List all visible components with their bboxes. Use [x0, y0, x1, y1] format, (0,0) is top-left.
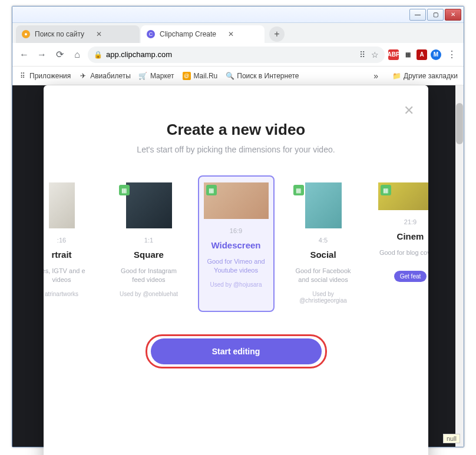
tab-clipchamp[interactable]: C Clipchamp Create ✕ [141, 25, 265, 43]
thumbnail [126, 182, 172, 228]
option-name: Widescreen [203, 240, 270, 250]
option-name: rtrait [44, 250, 95, 260]
folder-icon: 📁 [392, 72, 401, 80]
browser-window: — ▢ ✕ ● Поиск по сайту ✕ C Clipchamp Cre… [12, 6, 464, 447]
option-portrait[interactable]: ▦ :16 rtrait ries, IGTV and e videos atr… [44, 175, 100, 312]
maximize-button[interactable]: ▢ [427, 9, 444, 21]
search-icon: 🔍 [226, 72, 234, 80]
window-titlebar: — ▢ ✕ [12, 6, 464, 23]
mail-bookmark[interactable]: @Mail.Ru [183, 72, 218, 80]
option-description: Good for blog cover v [377, 248, 429, 266]
highlight-ring: Start editing [146, 334, 327, 368]
option-description: Good for Vimeo and Youtube videos [203, 257, 270, 275]
template-badge-icon: ▦ [206, 185, 217, 195]
bookmark-label: Маркет [150, 72, 174, 80]
bookmark-label: Поиск в Интернете [237, 72, 299, 80]
start-editing-wrap: Start editing [44, 334, 428, 368]
option-description: Good for Instagram feed videos [115, 267, 183, 285]
more-bookmarks-button[interactable]: » [373, 71, 378, 81]
scrollbar-thumb[interactable] [456, 103, 463, 144]
favicon-icon: ● [22, 30, 30, 38]
minimize-button[interactable]: — [409, 9, 426, 21]
bookmark-label: Авиабилеты [90, 72, 131, 80]
option-name: Cinem [377, 231, 429, 241]
option-square[interactable]: ▦ 1:1 Square Good for Instagram feed vid… [111, 175, 187, 312]
address-host: app.clipchamp.com [106, 50, 172, 59]
bookmark-label: Другие закладки [404, 72, 458, 80]
aspect-ratio: 1:1 [115, 237, 183, 244]
page-content: ✕ Create a new video Let's start off by … [12, 85, 464, 447]
template-badge-icon: ▦ [119, 185, 130, 195]
null-tooltip: null [443, 434, 460, 443]
template-badge-icon: ▦ [293, 185, 304, 195]
adblock-icon[interactable]: ABP [388, 49, 399, 60]
option-name: Social [290, 250, 357, 260]
bookmark-label: Mail.Ru [194, 72, 218, 80]
bookmarks-bar: ⠿Приложения ✈Авиабилеты 🛒Маркет @Mail.Ru… [12, 67, 464, 85]
forward-button[interactable]: → [35, 48, 49, 62]
tab-search[interactable]: ● Поиск по сайту ✕ [16, 25, 140, 43]
close-window-button[interactable]: ✕ [445, 9, 461, 21]
aspect-ratio: 16:9 [203, 227, 270, 234]
pdf-icon[interactable]: A [416, 49, 427, 60]
star-icon[interactable]: ☆ [371, 50, 379, 59]
create-video-modal: ✕ Create a new video Let's start off by … [44, 85, 428, 455]
close-tab-icon[interactable]: ✕ [96, 30, 102, 38]
dimension-options: ▦ :16 rtrait ries, IGTV and e videos atr… [47, 175, 425, 312]
option-credit: atrinartworks [44, 291, 95, 297]
other-bookmarks[interactable]: 📁Другие закладки [392, 72, 458, 80]
tab-label: Поиск по сайту [35, 30, 84, 38]
option-cinema[interactable]: ▦ 21:9 Cinem Good for blog cover v Get f… [372, 175, 429, 312]
thumbnail [49, 182, 75, 228]
tab-strip: ● Поиск по сайту ✕ C Clipchamp Create ✕ … [12, 23, 464, 43]
reload-button[interactable]: ⟳ [52, 48, 67, 62]
close-modal-icon[interactable]: ✕ [404, 103, 414, 118]
back-button[interactable]: ← [17, 48, 31, 62]
cart-icon: 🛒 [139, 72, 147, 80]
close-tab-icon[interactable]: ✕ [228, 30, 234, 38]
scrollbar-track[interactable] [455, 85, 464, 447]
get-featured-button[interactable]: Get feat [394, 271, 427, 282]
avia-bookmark[interactable]: ✈Авиабилеты [79, 72, 131, 80]
modal-title: Create a new video [44, 121, 428, 139]
at-icon: @ [183, 72, 191, 80]
thumbnail [305, 182, 342, 228]
option-description: ries, IGTV and e videos [44, 267, 95, 285]
lock-icon: 🔒 [94, 51, 103, 59]
profile-avatar[interactable]: M [431, 49, 441, 60]
option-credit: Used by @christiegeorgiaa [290, 291, 357, 304]
search-bookmark[interactable]: 🔍Поиск в Интернете [226, 72, 299, 80]
apps-icon: ⠿ [18, 72, 27, 80]
option-social[interactable]: ▦ 4:5 Social Good for Facebook and socia… [285, 175, 362, 312]
plane-icon: ✈ [79, 72, 87, 80]
nav-toolbar: ← → ⟳ ⌂ 🔒 app.clipchamp.com ⠿ ☆ ABP ▦ A … [12, 43, 464, 67]
modal-subtitle: Let's start off by picking the dimension… [44, 145, 428, 154]
start-editing-button[interactable]: Start editing [151, 338, 322, 364]
extension-icon[interactable]: ▦ [402, 49, 413, 60]
option-widescreen[interactable]: ▦ 16:9 Widescreen Good for Vimeo and You… [198, 175, 275, 312]
translate-icon[interactable]: ⠿ [359, 50, 365, 59]
aspect-ratio: 21:9 [377, 218, 429, 225]
apps-bookmark[interactable]: ⠿Приложения [18, 72, 71, 80]
menu-button[interactable]: ⋮ [445, 48, 459, 62]
address-bar[interactable]: 🔒 app.clipchamp.com ⠿ ☆ [88, 47, 385, 63]
option-description: Good for Facebook and social videos [290, 267, 357, 285]
tab-label: Clipchamp Create [160, 30, 216, 38]
market-bookmark[interactable]: 🛒Маркет [139, 72, 174, 80]
option-credit: Used by @hojusara [203, 281, 270, 288]
new-tab-button[interactable]: + [269, 26, 285, 42]
bookmark-label: Приложения [29, 72, 71, 80]
option-credit: Used by @onebluehat [115, 291, 183, 297]
template-badge-icon: ▦ [381, 185, 391, 195]
aspect-ratio: 4:5 [290, 237, 357, 244]
aspect-ratio: :16 [44, 237, 95, 244]
favicon-icon: C [147, 30, 155, 38]
option-name: Square [115, 250, 183, 260]
home-button[interactable]: ⌂ [70, 48, 84, 62]
